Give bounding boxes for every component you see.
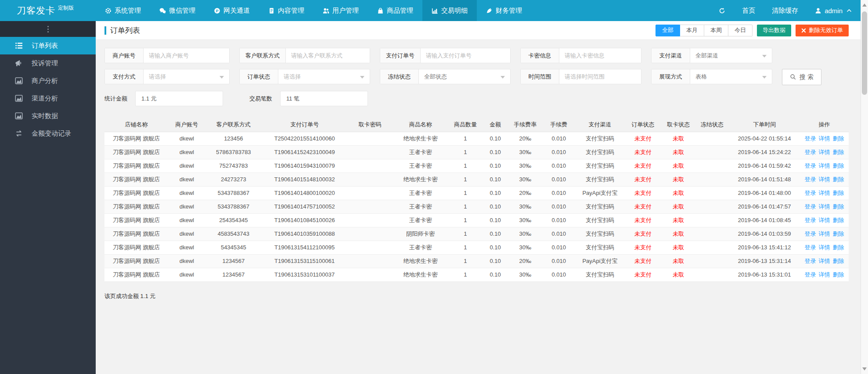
action-link-登录[interactable]: 登录 bbox=[805, 217, 816, 223]
action-link-登录[interactable]: 登录 bbox=[805, 162, 816, 169]
top-menu-item-财务管理[interactable]: 财务管理 bbox=[477, 0, 531, 21]
cell-取卡状态: 未取 bbox=[662, 159, 695, 173]
action-link-详情[interactable]: 详情 bbox=[819, 176, 830, 183]
sidebar-item-订单列表[interactable]: 订单列表 bbox=[0, 37, 96, 54]
action-link-详情[interactable]: 详情 bbox=[819, 203, 830, 210]
action-link-详情[interactable]: 详情 bbox=[819, 271, 830, 278]
sidebar-item-金额变动记录[interactable]: 金额变动记录 bbox=[0, 125, 96, 142]
range-tab-本月[interactable]: 本月 bbox=[680, 25, 704, 36]
cell-订单状态: 未支付 bbox=[624, 227, 662, 241]
action-link-登录[interactable]: 登录 bbox=[805, 135, 816, 142]
user-menu[interactable]: admin bbox=[807, 0, 861, 21]
action-link-登录[interactable]: 登录 bbox=[805, 230, 816, 237]
top-menu-item-内容管理[interactable]: 内容管理 bbox=[259, 0, 313, 21]
action-link-删除[interactable]: 删除 bbox=[833, 244, 844, 251]
table-row: 刀客源码网 旗舰店dkewl54345345T19061315411210009… bbox=[104, 241, 849, 254]
column-header-订单状态: 订单状态 bbox=[624, 118, 662, 132]
sidebar-collapse-button[interactable] bbox=[0, 21, 96, 37]
header-actions: 全部本月本周今日 导出数据 删除无效订单 bbox=[656, 25, 849, 36]
top-menu-item-商品管理[interactable]: 商品管理 bbox=[368, 0, 422, 21]
top-menu: 系统管理微信管理P网关通道内容管理用户管理商品管理交易明细财务管理 bbox=[96, 0, 531, 21]
action-link-登录[interactable]: 登录 bbox=[805, 258, 816, 264]
action-link-登录[interactable]: 登录 bbox=[805, 244, 816, 251]
cell-金额: 0.10 bbox=[482, 213, 508, 227]
action-link-登录[interactable]: 登录 bbox=[805, 203, 816, 210]
range-tab-全部[interactable]: 全部 bbox=[656, 25, 680, 36]
cell-操作: 登录详情删除 bbox=[800, 213, 849, 227]
action-link-删除[interactable]: 删除 bbox=[833, 230, 844, 237]
action-link-详情[interactable]: 详情 bbox=[819, 162, 830, 169]
cell-客户联系方式: 24273273 bbox=[205, 173, 262, 186]
cell-手续费: 0.010 bbox=[542, 186, 576, 200]
action-link-详情[interactable]: 详情 bbox=[819, 149, 830, 155]
action-link-详情[interactable]: 详情 bbox=[819, 135, 830, 142]
search-button[interactable]: 搜 索 bbox=[782, 69, 821, 85]
action-link-删除[interactable]: 删除 bbox=[833, 176, 844, 183]
action-link-删除[interactable]: 删除 bbox=[833, 135, 844, 142]
filter-select-展现方式[interactable]: 表格 bbox=[690, 69, 772, 84]
cell-支付订单号: T190614010845100026 bbox=[262, 213, 348, 227]
cell-金额: 0.10 bbox=[482, 268, 508, 281]
action-link-删除[interactable]: 删除 bbox=[833, 271, 844, 278]
action-link-登录[interactable]: 登录 bbox=[805, 176, 816, 183]
filter-input-商户账号[interactable] bbox=[144, 48, 229, 63]
action-link-登录[interactable]: 登录 bbox=[805, 271, 816, 278]
cell-冻结状态 bbox=[695, 159, 729, 173]
action-link-删除[interactable]: 删除 bbox=[833, 162, 844, 169]
top-menu-item-系统管理[interactable]: 系统管理 bbox=[96, 0, 150, 21]
filter-input-支付订单号[interactable] bbox=[421, 48, 510, 63]
action-link-删除[interactable]: 删除 bbox=[833, 258, 844, 264]
sidebar-item-投诉管理[interactable]: 投诉管理 bbox=[0, 54, 96, 72]
search-icon bbox=[790, 74, 796, 80]
action-link-登录[interactable]: 登录 bbox=[805, 190, 816, 196]
filter-input-卡密信息[interactable] bbox=[559, 48, 641, 63]
action-link-详情[interactable]: 详情 bbox=[819, 190, 830, 196]
sidebar-item-商户分析[interactable]: 商户分析 bbox=[0, 72, 96, 90]
page-summary: 该页成功金额 1.1 元 bbox=[96, 282, 861, 300]
range-tab-今日[interactable]: 今日 bbox=[728, 25, 753, 36]
filter-input-时间范围[interactable] bbox=[559, 69, 641, 84]
app-logo[interactable]: 刀客发卡 定制版 bbox=[0, 0, 96, 21]
sidebar-item-label: 渠道分析 bbox=[32, 94, 58, 103]
top-menu-item-交易明细[interactable]: 交易明细 bbox=[422, 0, 477, 21]
action-link-删除[interactable]: 删除 bbox=[833, 190, 844, 196]
filter-select-支付方式[interactable]: 请选择 bbox=[144, 69, 229, 84]
cell-手续费: 0.010 bbox=[542, 254, 576, 268]
action-link-详情[interactable]: 详情 bbox=[819, 258, 830, 264]
top-menu-item-微信管理[interactable]: 微信管理 bbox=[150, 0, 205, 21]
home-link[interactable]: 首页 bbox=[734, 0, 764, 21]
filter-input-客户联系方式[interactable] bbox=[286, 48, 370, 63]
action-link-详情[interactable]: 详情 bbox=[819, 230, 830, 237]
scroll-down-arrow-icon[interactable] bbox=[862, 367, 867, 370]
refresh-button[interactable] bbox=[710, 0, 734, 21]
column-header-支付渠道: 支付渠道 bbox=[576, 118, 624, 132]
scroll-up-arrow-icon[interactable] bbox=[862, 4, 867, 7]
filter-select-订单状态[interactable]: 请选择 bbox=[278, 69, 370, 84]
filter-select-冻结状态[interactable]: 全部状态 bbox=[419, 69, 510, 84]
clear-cache-link[interactable]: 清除缓存 bbox=[764, 0, 807, 21]
cell-取卡状态: 未取 bbox=[662, 200, 695, 213]
scrollbar-thumb[interactable] bbox=[862, 11, 867, 95]
action-link-详情[interactable]: 详情 bbox=[819, 244, 830, 251]
action-link-详情[interactable]: 详情 bbox=[819, 217, 830, 223]
vertical-scrollbar[interactable] bbox=[861, 0, 868, 374]
top-menu-label: 财务管理 bbox=[496, 7, 522, 15]
filter-select-支付渠道[interactable]: 全部渠道 bbox=[690, 48, 772, 63]
action-link-删除[interactable]: 删除 bbox=[833, 149, 844, 155]
delete-invalid-orders-button[interactable]: 删除无效订单 bbox=[796, 25, 849, 36]
table-header-row: 店铺名称商户账号客户联系方式支付订单号取卡密码商品名称商品数量金额手续费率手续费… bbox=[104, 118, 849, 132]
range-tab-本周[interactable]: 本周 bbox=[704, 25, 728, 36]
cell-支付渠道: PayApi支付宝 bbox=[576, 254, 624, 268]
action-link-删除[interactable]: 删除 bbox=[833, 203, 844, 210]
action-link-登录[interactable]: 登录 bbox=[805, 149, 816, 155]
stat-value: 11 笔 bbox=[280, 91, 368, 106]
top-menu-item-网关通道[interactable]: P网关通道 bbox=[205, 0, 259, 21]
cell-支付渠道: 支付宝扫码 bbox=[576, 145, 624, 159]
export-data-button[interactable]: 导出数据 bbox=[757, 25, 791, 36]
action-link-删除[interactable]: 删除 bbox=[833, 217, 844, 223]
cell-支付渠道: 支付宝扫码 bbox=[576, 200, 624, 213]
sidebar-item-label: 投诉管理 bbox=[32, 59, 58, 68]
top-menu-item-用户管理[interactable]: 用户管理 bbox=[313, 0, 368, 21]
sidebar-item-渠道分析[interactable]: 渠道分析 bbox=[0, 90, 96, 107]
sidebar-item-实时数据[interactable]: 实时数据 bbox=[0, 107, 96, 125]
